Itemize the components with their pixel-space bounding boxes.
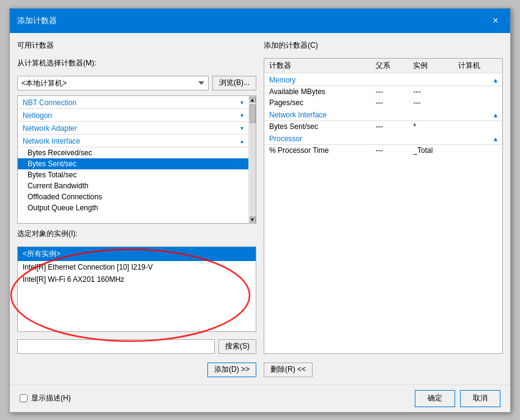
- left-panel: 可用计数器 从计算机选择计数器(M): <本地计算机> 浏览(B)... NBT…: [17, 40, 256, 377]
- ok-button[interactable]: 确定: [415, 390, 455, 407]
- show-description-checkbox-row: 显示描述(H): [20, 393, 71, 403]
- list-item[interactable]: Bytes Total/sec: [18, 169, 248, 180]
- title-bar: 添加计数器 ×: [10, 9, 510, 33]
- remove-button[interactable]: 删除(R) <<: [264, 363, 313, 377]
- scroll-down-button[interactable]: ▼: [250, 216, 256, 223]
- right-panel: 添加的计数器(C) 计数器 父系 实例 计算机: [264, 40, 503, 377]
- instance-list: <所有实例> Intel[R] Ethernet Connection [10]…: [17, 246, 256, 332]
- col-instance: 实例: [408, 59, 453, 73]
- show-description-checkbox[interactable]: [20, 394, 28, 402]
- counter-list-wrapper: NBT Connection ▾ Netlogon ▾ Network Adap…: [17, 95, 256, 224]
- search-row: 搜索(S): [17, 339, 256, 354]
- counter-list-scrollbar[interactable]: ▲ ▼: [248, 96, 256, 223]
- table-row: Pages/sec --- ---: [264, 97, 502, 108]
- group-row-memory: Memory ▴: [264, 73, 502, 86]
- add-button[interactable]: 添加(D) >>: [207, 363, 256, 377]
- scroll-up-button[interactable]: ▲: [250, 97, 256, 103]
- scroll-track: [250, 103, 256, 216]
- computer-select-label: 从计算机选择计数器(M):: [17, 58, 256, 68]
- list-item[interactable]: Netlogon ▾: [18, 110, 248, 122]
- list-item[interactable]: NBT Connection ▾: [18, 97, 248, 109]
- group-row-processor: Processor ▴: [264, 132, 502, 145]
- chevron-down-icon: ▾: [240, 112, 243, 119]
- counters-table-element: 计数器 父系 实例 计算机 Memory ▴: [264, 59, 502, 156]
- list-item[interactable]: Network Interface ▴: [18, 136, 248, 147]
- add-counter-dialog: 添加计数器 × 可用计数器 从计算机选择计数器(M): <本地计算机> 浏览(B…: [9, 8, 511, 413]
- computer-select-row: <本地计算机> 浏览(B)...: [17, 76, 256, 90]
- instance-label: 选定对象的实例(I):: [17, 229, 256, 239]
- instance-item-intel-eth[interactable]: Intel[R] Ethernet Connection [10] I219-V: [18, 261, 256, 273]
- col-computer: 计算机: [453, 59, 502, 73]
- counter-list: NBT Connection ▾ Netlogon ▾ Network Adap…: [18, 96, 248, 223]
- col-counter: 计数器: [264, 59, 371, 73]
- cancel-button[interactable]: 取消: [460, 390, 500, 407]
- list-item[interactable]: Current Bandwidth: [18, 180, 248, 191]
- added-counters-table: 计数器 父系 实例 计算机 Memory ▴: [264, 58, 503, 354]
- group-row-network-interface: Network Interface ▴: [264, 108, 502, 121]
- list-item[interactable]: Offloaded Connections: [18, 191, 248, 202]
- instance-item-all[interactable]: <所有实例>: [18, 247, 256, 261]
- chevron-up-icon: ▴: [240, 138, 243, 144]
- search-input[interactable]: [17, 339, 215, 354]
- footer-buttons: 确定 取消: [415, 390, 500, 407]
- search-button[interactable]: 搜索(S): [218, 339, 256, 354]
- close-button[interactable]: ×: [488, 13, 503, 28]
- remove-row: 删除(R) <<: [264, 363, 503, 377]
- added-counters-label: 添加的计数器(C): [264, 40, 503, 51]
- caret-icon: ▴: [494, 134, 497, 143]
- list-item[interactable]: Bytes Received/sec: [18, 147, 248, 158]
- available-counters-label: 可用计数器: [17, 40, 256, 51]
- scroll-thumb[interactable]: [250, 105, 256, 123]
- caret-icon: ▴: [494, 76, 497, 84]
- chevron-down-icon: ▾: [240, 125, 243, 131]
- dialog-body: 可用计数器 从计算机选择计数器(M): <本地计算机> 浏览(B)... NBT…: [10, 33, 510, 385]
- table-row: Bytes Sent/sec --- *: [264, 120, 502, 132]
- list-item[interactable]: Output Queue Length: [18, 202, 248, 213]
- table-row: Available MBytes --- ---: [264, 86, 502, 97]
- computer-combo[interactable]: <本地计算机>: [17, 76, 209, 90]
- list-item-bytes-sent[interactable]: Bytes Sent/sec: [18, 158, 248, 169]
- add-row: 添加(D) >>: [17, 363, 256, 377]
- dialog-footer: 显示描述(H) 确定 取消: [10, 385, 510, 412]
- chevron-down-icon: ▾: [240, 99, 243, 106]
- show-description-label: 显示描述(H): [31, 393, 71, 403]
- browse-button[interactable]: 浏览(B)...: [212, 76, 256, 90]
- table-row: % Processor Time --- _Total: [264, 144, 502, 156]
- dialog-title: 添加计数器: [17, 15, 57, 26]
- instance-item-intel-wifi[interactable]: Intel[R] Wi-Fi 6 AX201 160MHz: [18, 273, 256, 286]
- instance-section: <所有实例> Intel[R] Ethernet Connection [10]…: [17, 246, 256, 332]
- list-item[interactable]: Network Adapter ▾: [18, 123, 248, 134]
- col-parent: 父系: [371, 59, 408, 73]
- caret-icon: ▴: [494, 111, 497, 119]
